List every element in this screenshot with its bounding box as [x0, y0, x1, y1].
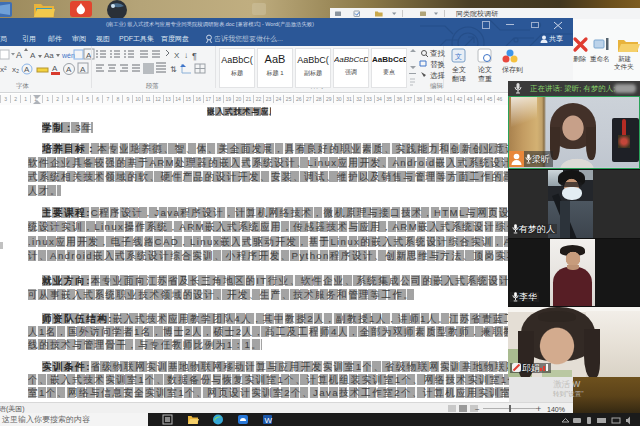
svg-text:段落: 段落	[145, 82, 159, 90]
svg-text:翻译: 翻译	[452, 75, 466, 82]
svg-text:查重: 查重	[478, 75, 492, 82]
svg-text:↓: ↓	[184, 51, 188, 60]
svg-text:A: A	[52, 64, 58, 73]
svg-text:删除: 删除	[573, 55, 587, 63]
svg-text:全文: 全文	[452, 65, 466, 73]
svg-text:新建: 新建	[618, 55, 632, 63]
svg-text:论文: 论文	[478, 65, 492, 73]
svg-text:编辑: 编辑	[430, 82, 444, 89]
svg-text:A: A	[16, 50, 22, 60]
svg-text:A: A	[66, 65, 72, 74]
svg-text:查找: 查找	[430, 49, 446, 58]
svg-text:140%: 140%	[547, 406, 565, 413]
svg-text:文件夹: 文件夹	[614, 63, 634, 70]
svg-text:Aa: Aa	[44, 51, 54, 60]
svg-text:文: 文	[455, 52, 462, 60]
svg-text:替换: 替换	[430, 60, 446, 69]
svg-text:X: X	[174, 51, 180, 60]
svg-text:x₂: x₂	[12, 65, 19, 74]
svg-text:wén: wén	[61, 52, 75, 59]
svg-text:A: A	[24, 65, 30, 74]
svg-text:x²: x²	[0, 65, 7, 74]
svg-text:选择: 选择	[430, 71, 445, 80]
svg-text:¶: ¶	[192, 51, 197, 61]
svg-text:W: W	[265, 416, 273, 425]
svg-text:字体: 字体	[16, 82, 30, 89]
svg-text:⇅: ⇅	[170, 65, 177, 74]
svg-text:A: A	[30, 51, 36, 60]
svg-text:重命名: 重命名	[590, 55, 610, 63]
svg-text:保存到: 保存到	[502, 66, 523, 74]
